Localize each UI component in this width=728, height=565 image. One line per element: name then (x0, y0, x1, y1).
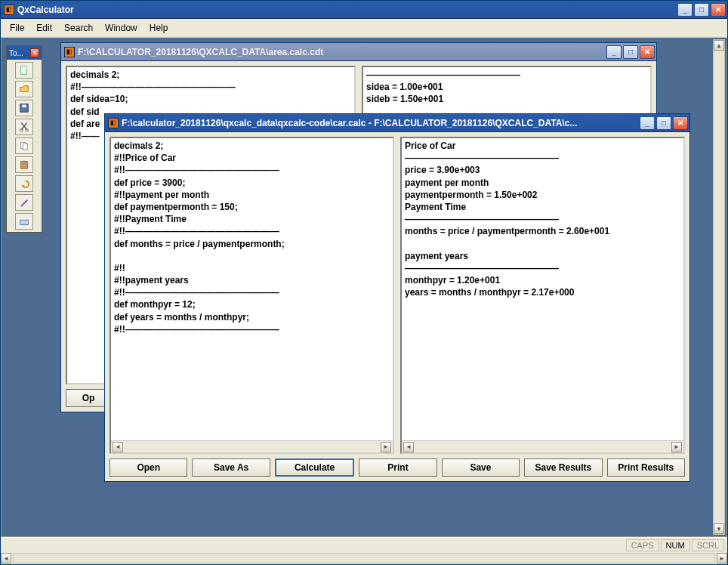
car-result-hscroll[interactable]: ◄ ► (402, 440, 683, 452)
tool-brush-icon[interactable] (15, 194, 33, 211)
car-window-title: F:\calculator_20181126\qxcalc_data\qxcal… (122, 118, 640, 128)
tool-save-icon[interactable] (15, 100, 33, 116)
calculate-button[interactable]: Calculate (275, 458, 354, 477)
save-button[interactable]: Save (442, 458, 520, 477)
mdi-vscrollbar[interactable]: ▲ ▼ (713, 39, 725, 535)
scroll-up-icon[interactable]: ▲ (714, 40, 724, 51)
car-result-text: Price of Car ————————————————— price = 3… (402, 138, 683, 440)
menu-window[interactable]: Window (100, 21, 142, 35)
svg-rect-7 (23, 144, 27, 150)
mdi-area: ▲ ▼ To... ✕ ◧ (1, 38, 727, 537)
tool-settings-icon[interactable] (15, 213, 33, 230)
menu-help[interactable]: Help (145, 21, 173, 35)
toolbox-close-icon[interactable]: ✕ (30, 48, 39, 57)
car-source-pane[interactable]: decimals 2; #!!Price of Car #!!—————————… (110, 137, 394, 454)
scroll-right-icon[interactable]: ► (671, 442, 682, 452)
toolbox-title: To... (9, 49, 23, 57)
status-scrl: SCRL (692, 539, 724, 551)
svg-rect-3 (22, 105, 26, 108)
menu-file[interactable]: File (5, 21, 29, 35)
print-button[interactable]: Print (359, 458, 436, 477)
scroll-down-icon[interactable]: ▼ (714, 523, 724, 534)
statusbar: CAPS NUM SCRL (1, 537, 727, 552)
status-num: NUM (661, 539, 690, 551)
tool-undo-icon[interactable] (15, 175, 33, 192)
print-results-button[interactable]: Print Results (607, 458, 685, 477)
menubar: File Edit Search Window Help (1, 19, 727, 38)
child-window-car: ◧ F:\calculator_20181126\qxcalc_data\qxc… (104, 113, 690, 482)
maximize-button[interactable]: □ (694, 3, 709, 17)
scroll-left-icon[interactable]: ◄ (1, 553, 11, 563)
main-hscrollbar[interactable]: ◄ ► (1, 552, 727, 564)
car-source-text[interactable]: decimals 2; #!!Price of Car #!!—————————… (111, 138, 393, 440)
status-caps: CAPS (626, 539, 659, 551)
app-icon: ◧ (4, 5, 14, 15)
car-titlebar[interactable]: ◧ F:\calculator_20181126\qxcalc_data\qxc… (105, 114, 689, 132)
main-titlebar[interactable]: ◧ QxCalculator _ □ ✕ (1, 1, 727, 19)
scroll-right-icon[interactable]: ► (381, 442, 391, 452)
doc-icon: ◧ (64, 47, 75, 57)
car-close-button[interactable]: ✕ (673, 116, 688, 130)
scroll-left-icon[interactable]: ◄ (113, 442, 123, 452)
scroll-right-icon[interactable]: ► (717, 553, 727, 563)
toolbox-window[interactable]: To... ✕ (6, 45, 42, 233)
open-button[interactable]: Open (110, 458, 187, 477)
menu-search[interactable]: Search (60, 21, 97, 35)
save-as-button[interactable]: Save As (192, 458, 270, 477)
tool-paste-icon[interactable] (15, 156, 33, 173)
close-button[interactable]: ✕ (711, 3, 726, 17)
area-titlebar[interactable]: ◧ F:\CALCULATOR_20181126\QXCALC_DATA\are… (61, 43, 656, 61)
car-source-hscroll[interactable]: ◄ ► (111, 440, 393, 452)
main-window: ◧ QxCalculator _ □ ✕ File Edit Search Wi… (0, 0, 728, 565)
doc-icon: ◧ (108, 118, 119, 128)
tool-copy-icon[interactable] (15, 137, 33, 154)
save-results-button[interactable]: Save Results (524, 458, 602, 477)
minimize-button[interactable]: _ (677, 3, 693, 17)
svg-rect-1 (25, 66, 27, 69)
area-close-button[interactable]: ✕ (640, 45, 655, 59)
svg-rect-9 (23, 161, 26, 163)
scroll-left-icon[interactable]: ◄ (403, 442, 414, 452)
area-minimize-button[interactable]: _ (606, 45, 622, 59)
app-title: QxCalculator (17, 5, 677, 15)
tool-new-icon[interactable] (15, 62, 33, 79)
car-maximize-button[interactable]: □ (656, 116, 671, 130)
car-minimize-button[interactable]: _ (640, 116, 655, 130)
tool-cut-icon[interactable] (15, 119, 33, 135)
area-maximize-button[interactable]: □ (623, 45, 638, 59)
car-result-pane[interactable]: Price of Car ————————————————— price = 3… (400, 137, 685, 454)
scroll-track[interactable] (13, 553, 715, 563)
menu-edit[interactable]: Edit (32, 21, 57, 35)
area-window-title: F:\CALCULATOR_20181126\QXCALC_DATA\area.… (78, 47, 606, 57)
tool-open-icon[interactable] (15, 81, 33, 97)
